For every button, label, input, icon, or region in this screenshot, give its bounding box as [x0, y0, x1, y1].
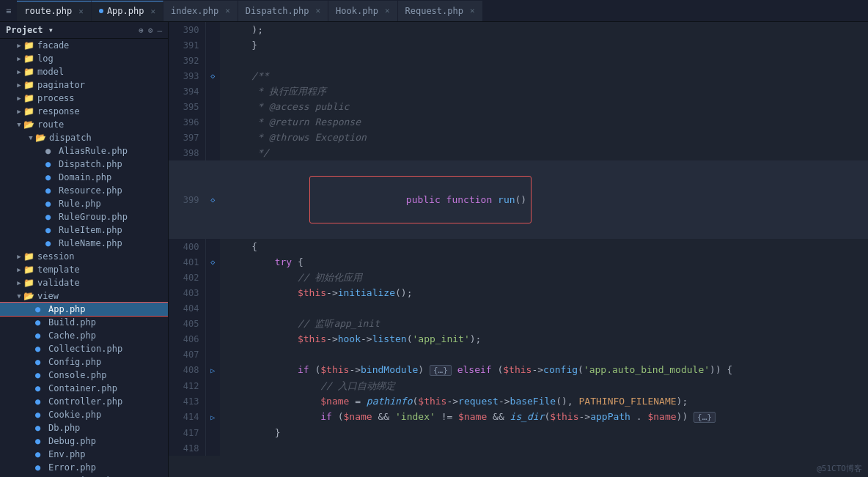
- line-number: 390: [169, 22, 205, 37]
- folder-icon: 📁: [23, 106, 34, 117]
- line-content: }: [220, 425, 868, 440]
- file-icon: ●: [45, 212, 56, 222]
- sidebar-item-collection[interactable]: ● Collection.php: [0, 342, 168, 355]
- tab-close-request[interactable]: ✕: [470, 6, 475, 15]
- tab-hook-php[interactable]: Hook.php ✕: [328, 1, 397, 21]
- sidebar-label: model: [37, 67, 64, 77]
- sidebar-item-dispatch-file[interactable]: ● Dispatch.php: [0, 158, 168, 171]
- sidebar-icon-3[interactable]: —: [157, 26, 162, 35]
- tab-close-route[interactable]: ✕: [78, 7, 84, 16]
- sidebar-item-env[interactable]: ● Env.php: [0, 448, 168, 461]
- sidebar-icon-1[interactable]: ⊕: [139, 26, 144, 35]
- table-row: 414 ▷ if ($name && 'index' != $name && i…: [169, 409, 868, 425]
- sidebar-item-log[interactable]: ▶ 📁 log: [0, 52, 168, 65]
- sidebar-item-app-php[interactable]: ● App.php: [0, 303, 168, 316]
- sidebar-item-rulegroup[interactable]: ● RuleGroup.php: [0, 210, 168, 223]
- sidebar-label: session: [37, 251, 75, 262]
- tab-close-app[interactable]: ✕: [150, 7, 155, 16]
- line-gutter: [205, 84, 220, 99]
- sidebar-item-ruleitem[interactable]: ● RuleItem.php: [0, 223, 168, 237]
- line-gutter: ▷: [205, 362, 220, 378]
- sidebar-item-domain[interactable]: ● Domain.php: [0, 171, 168, 184]
- line-content: try {: [220, 254, 868, 270]
- sidebar-item-controller[interactable]: ● Controller.php: [0, 395, 168, 408]
- tab-route-php[interactable]: route.php ✕: [17, 1, 92, 21]
- sidebar-item-config[interactable]: ● Config.php: [0, 355, 168, 369]
- sidebar-label: Error.php: [48, 462, 96, 473]
- spacer: [37, 239, 45, 248]
- sidebar-item-rule[interactable]: ● Rule.php: [0, 197, 168, 210]
- sidebar-item-response[interactable]: ▶ 📁 response: [0, 105, 168, 118]
- sidebar-label: Cache.php: [48, 330, 96, 341]
- sidebar-item-process[interactable]: ▶ 📁 process: [0, 92, 168, 105]
- spacer: [26, 410, 35, 419]
- line-number: 397: [169, 130, 205, 145]
- sidebar-item-error[interactable]: ● Error.php: [0, 461, 168, 474]
- spacer: [37, 212, 45, 221]
- sidebar-item-dispatch-folder[interactable]: ▼ 📂 dispatch: [0, 131, 168, 144]
- tab-app-php[interactable]: App.php ✕: [92, 1, 163, 21]
- sidebar-item-console[interactable]: ● Console.php: [0, 369, 168, 382]
- spacer: [26, 437, 35, 445]
- tab-close-index[interactable]: ✕: [225, 6, 230, 15]
- sidebar-label: Domain.php: [59, 172, 111, 182]
- line-content: // 初始化应用: [220, 270, 868, 285]
- spacer: [26, 331, 35, 340]
- line-gutter: [205, 239, 220, 254]
- folder-icon: 📂: [23, 119, 34, 130]
- sidebar-item-view[interactable]: ▼ 📂 view: [0, 289, 168, 303]
- tab-bar: ≡ route.php ✕ App.php ✕ index.php ✕ Disp…: [0, 0, 868, 22]
- file-icon: ●: [35, 357, 45, 367]
- line-content: /**: [220, 68, 868, 84]
- line-gutter: [205, 130, 220, 145]
- line-content: * 执行应用程序: [220, 84, 868, 99]
- table-row: 395 * @access public: [169, 99, 868, 114]
- sidebar-label: RuleGroup.php: [59, 212, 128, 222]
- sidebar-item-route[interactable]: ▼ 📂 route: [0, 118, 168, 131]
- file-icon: ●: [35, 330, 45, 341]
- line-gutter: [205, 393, 220, 409]
- code-container[interactable]: 390 ); 391 } 392: [169, 22, 868, 477]
- sidebar-item-validate[interactable]: ▶ 📁 validate: [0, 276, 168, 289]
- file-icon: ●: [35, 462, 45, 473]
- line-number: 400: [169, 239, 205, 254]
- sidebar-item-debug[interactable]: ● Debug.php: [0, 435, 168, 448]
- sidebar-item-facade[interactable]: ▶ 📁 facade: [0, 39, 168, 52]
- file-icon: ●: [35, 423, 45, 433]
- tab-bar-left: ≡: [0, 6, 17, 16]
- table-row: 408 ▷ if ($this->bindModule) {…} elseif …: [169, 362, 868, 378]
- sidebar-item-exception[interactable]: ● Exception.php: [0, 474, 168, 477]
- tab-dispatch-php[interactable]: Dispatch.php ✕: [238, 1, 328, 21]
- code-table: 390 ); 391 } 392: [169, 22, 868, 456]
- sidebar-item-resource[interactable]: ● Resource.php: [0, 184, 168, 197]
- sidebar-item-cookie[interactable]: ● Cookie.php: [0, 408, 168, 421]
- table-row: 393 ◇ /**: [169, 68, 868, 84]
- file-icon: ●: [35, 410, 45, 420]
- tab-close-dispatch[interactable]: ✕: [315, 6, 320, 15]
- sidebar-label: RuleItem.php: [59, 225, 122, 235]
- sidebar-item-template[interactable]: ▶ 📁 template: [0, 263, 168, 276]
- sidebar-label: Controller.php: [48, 396, 122, 407]
- sidebar-item-model[interactable]: ▶ 📁 model: [0, 65, 168, 78]
- line-content: );: [220, 22, 868, 37]
- table-row: 402 // 初始化应用: [169, 270, 868, 285]
- sidebar-item-container[interactable]: ● Container.php: [0, 382, 168, 395]
- spacer: [26, 450, 35, 459]
- sidebar-title: Project ▾: [6, 25, 54, 35]
- sidebar-icon-2[interactable]: ⚙: [148, 26, 153, 35]
- line-content: [220, 300, 868, 316]
- tab-close-hook[interactable]: ✕: [385, 6, 390, 15]
- sidebar-item-rulename[interactable]: ● RuleName.php: [0, 237, 168, 250]
- sidebar-item-session[interactable]: ▶ 📁 session: [0, 250, 168, 263]
- sidebar-item-paginator[interactable]: ▶ 📁 paginator: [0, 78, 168, 92]
- tab-request-php[interactable]: Request.php ✕: [398, 1, 483, 21]
- sidebar-item-aliasrule[interactable]: ● AliasRule.php: [0, 144, 168, 158]
- sidebar-item-build[interactable]: ● Build.php: [0, 316, 168, 329]
- line-gutter: [205, 53, 220, 68]
- line-number: 398: [169, 145, 205, 160]
- sidebar-item-cache[interactable]: ● Cache.php: [0, 329, 168, 342]
- sidebar-item-db[interactable]: ● Db.php: [0, 421, 168, 435]
- tab-index-php[interactable]: index.php ✕: [163, 1, 238, 21]
- line-number: 395: [169, 99, 205, 114]
- table-row: 392: [169, 53, 868, 68]
